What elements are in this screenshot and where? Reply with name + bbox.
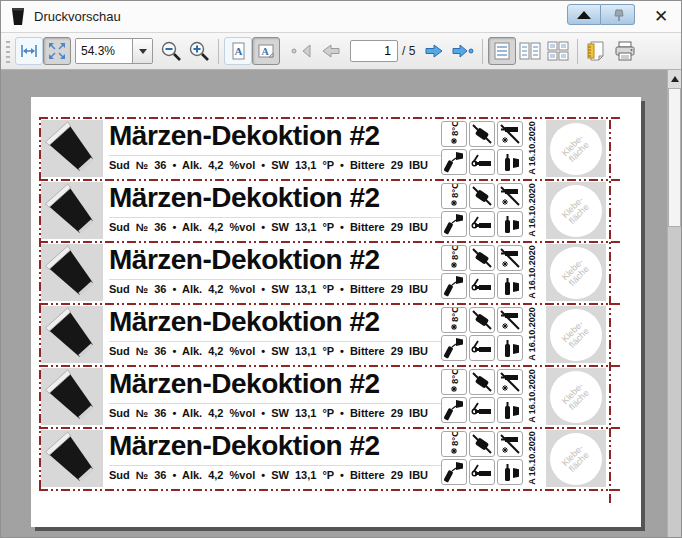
fit-width-icon xyxy=(19,41,39,61)
shade-arrow-icon xyxy=(577,11,591,19)
page-setup-button[interactable] xyxy=(583,37,611,65)
temperature-text: 8°C xyxy=(449,432,460,446)
first-page-button[interactable] xyxy=(288,37,316,65)
beer-glass-app-icon xyxy=(11,8,25,26)
cut-line-top xyxy=(39,241,621,243)
bottle-opener-icon xyxy=(469,459,495,485)
first-page-icon xyxy=(290,39,314,63)
glue-area: Klebe- fläche xyxy=(546,120,606,177)
print-button[interactable] xyxy=(611,37,639,65)
next-page-button[interactable] xyxy=(421,37,449,65)
glue-label: Klebe- fläche xyxy=(560,443,591,474)
portrait-button[interactable]: A xyxy=(224,37,252,65)
label-glass-cell xyxy=(41,368,103,425)
glue-area: Klebe- fläche xyxy=(546,430,606,487)
toolbar-grip[interactable] xyxy=(6,39,10,63)
printer-icon xyxy=(613,40,637,62)
temperature-text: 8°C xyxy=(449,122,460,136)
care-icon-grid: 8°C xyxy=(441,307,523,361)
label-title-rule xyxy=(109,403,447,404)
vertical-scrollbar[interactable] xyxy=(667,70,681,537)
single-page-view-icon xyxy=(491,40,513,62)
care-icon-grid: 8°C xyxy=(441,183,523,237)
portrait-icon: A xyxy=(228,41,248,61)
toolbar: 54.3% A xyxy=(1,33,681,70)
temperature-text: 8°C xyxy=(449,184,460,198)
no-shake-icon xyxy=(469,121,495,147)
bottle-opener-icon xyxy=(469,397,495,423)
no-shake-icon xyxy=(469,183,495,209)
label-subtitle: Sud № 36 • Alk. 4,2 %vol • SW 13,1 °P • … xyxy=(109,283,428,295)
single-page-view-button[interactable] xyxy=(488,37,516,65)
no-shake-icon xyxy=(469,369,495,395)
preview-page: Märzen-Dekoktion #2 Sud № 36 • Alk. 4,2 … xyxy=(31,97,641,527)
landscape-button[interactable]: A xyxy=(252,37,280,65)
glue-circle: Klebe- fläche xyxy=(550,185,602,237)
beer-glass-icon xyxy=(43,181,102,241)
bottle-opener-icon xyxy=(469,149,495,175)
store-bottle-icon xyxy=(497,149,523,175)
bottling-date-text: A 16.10.2020 xyxy=(527,431,537,485)
zoom-in-button[interactable] xyxy=(185,37,213,65)
storage-temperature-icon: 8°C xyxy=(441,369,467,395)
zoom-dropdown-button[interactable] xyxy=(132,39,152,63)
cut-line-top xyxy=(39,303,621,305)
shade-button[interactable] xyxy=(567,4,601,25)
storage-temperature-icon: 8°C xyxy=(441,307,467,333)
pin-button[interactable] xyxy=(601,4,635,25)
scrollbar-up-button[interactable] xyxy=(668,70,681,88)
bottle-opener-icon xyxy=(469,335,495,361)
store-bottle-icon xyxy=(497,459,523,485)
label-subtitle: Sud № 36 • Alk. 4,2 %vol • SW 13,1 °P • … xyxy=(109,159,428,171)
zoom-out-icon xyxy=(160,40,182,62)
care-icon-grid: 8°C xyxy=(441,121,523,175)
label-subtitle: Sud № 36 • Alk. 4,2 %vol • SW 13,1 °P • … xyxy=(109,407,428,419)
beer-glass-icon xyxy=(43,429,102,489)
glue-label: Klebe- fläche xyxy=(560,381,591,412)
label-glass-cell xyxy=(41,244,103,301)
overview-pages-view-icon xyxy=(546,40,570,62)
scrollbar-thumb[interactable] xyxy=(668,88,681,227)
facing-pages-view-button[interactable] xyxy=(516,37,544,65)
last-page-button[interactable] xyxy=(449,37,477,65)
fit-page-icon xyxy=(47,41,67,61)
previous-page-button[interactable] xyxy=(316,37,344,65)
glue-circle: Klebe- fläche xyxy=(550,247,602,299)
fit-width-button[interactable] xyxy=(15,37,43,65)
label-glass-cell xyxy=(41,182,103,239)
zoom-out-button[interactable] xyxy=(157,37,185,65)
bottling-date-text: A 16.10.2020 xyxy=(527,307,537,361)
overview-pages-view-button[interactable] xyxy=(544,37,572,65)
label-strip: Märzen-Dekoktion #2 Sud № 36 • Alk. 4,2 … xyxy=(39,241,609,303)
scroll-up-icon xyxy=(671,76,679,82)
no-shake-icon xyxy=(469,431,495,457)
landscape-icon: A xyxy=(256,41,276,61)
fit-page-button[interactable] xyxy=(43,37,71,65)
pin-icon xyxy=(611,8,625,22)
zoom-combobox[interactable]: 54.3% xyxy=(75,38,153,64)
page-number-input[interactable] xyxy=(350,40,398,62)
toolbar-separator xyxy=(577,39,578,64)
label-strip: Märzen-Dekoktion #2 Sud № 36 • Alk. 4,2 … xyxy=(39,427,609,489)
glue-area: Klebe- fläche xyxy=(546,368,606,425)
cut-line-top xyxy=(39,365,621,367)
labels-sheet: Märzen-Dekoktion #2 Sud № 36 • Alk. 4,2 … xyxy=(39,117,609,489)
no-freeze-icon xyxy=(497,431,523,457)
temperature-text: 8°C xyxy=(449,246,460,260)
close-button[interactable]: ✕ xyxy=(647,3,675,29)
bottle-opener-icon xyxy=(469,273,495,299)
chevron-down-icon xyxy=(139,49,147,54)
pour-into-glass-icon xyxy=(441,211,467,237)
label-title: Märzen-Dekoktion #2 xyxy=(109,182,380,214)
label-strip: Märzen-Dekoktion #2 Sud № 36 • Alk. 4,2 … xyxy=(39,117,609,179)
titlebar: Druckvorschau ✕ xyxy=(1,1,681,33)
no-freeze-icon xyxy=(497,369,523,395)
label-glass-cell xyxy=(41,306,103,363)
label-strip: Märzen-Dekoktion #2 Sud № 36 • Alk. 4,2 … xyxy=(39,303,609,365)
cut-line-bottom xyxy=(39,489,621,491)
store-bottle-icon xyxy=(497,335,523,361)
label-strip: Märzen-Dekoktion #2 Sud № 36 • Alk. 4,2 … xyxy=(39,179,609,241)
no-freeze-icon xyxy=(497,307,523,333)
beer-glass-icon xyxy=(43,305,102,365)
beer-glass-icon xyxy=(43,119,102,179)
